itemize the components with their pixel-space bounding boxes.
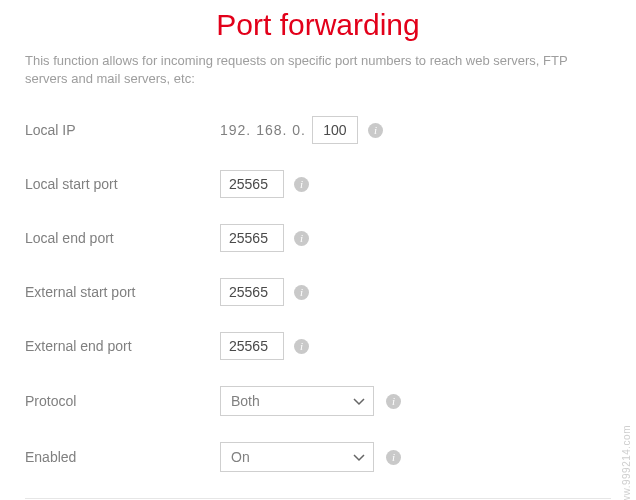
protocol-selected-value: Both [231, 393, 353, 409]
page-title: Port forwarding [25, 0, 611, 52]
enabled-selected-value: On [231, 449, 353, 465]
info-icon[interactable]: i [294, 231, 309, 246]
label-local-ip: Local IP [25, 122, 220, 138]
info-icon[interactable]: i [386, 450, 401, 465]
label-local-start-port: Local start port [25, 176, 220, 192]
row-external-start-port: External start port i [25, 278, 611, 306]
external-end-port-input[interactable] [220, 332, 284, 360]
info-icon[interactable]: i [368, 123, 383, 138]
row-local-end-port: Local end port i [25, 224, 611, 252]
divider [25, 498, 611, 499]
row-enabled: Enabled On i [25, 442, 611, 472]
info-icon[interactable]: i [294, 285, 309, 300]
local-end-port-input[interactable] [220, 224, 284, 252]
row-external-end-port: External end port i [25, 332, 611, 360]
label-external-start-port: External start port [25, 284, 220, 300]
info-icon[interactable]: i [294, 339, 309, 354]
ip-last-octet-input[interactable] [312, 116, 358, 144]
label-external-end-port: External end port [25, 338, 220, 354]
enabled-select[interactable]: On [220, 442, 374, 472]
ip-prefix: 192. 168. 0. [220, 122, 306, 138]
chevron-down-icon [353, 448, 365, 466]
watermark: www.999214.com [621, 425, 632, 500]
label-local-end-port: Local end port [25, 230, 220, 246]
info-icon[interactable]: i [294, 177, 309, 192]
external-start-port-input[interactable] [220, 278, 284, 306]
row-protocol: Protocol Both i [25, 386, 611, 416]
info-icon[interactable]: i [386, 394, 401, 409]
row-local-ip: Local IP 192. 168. 0. i [25, 116, 611, 144]
row-local-start-port: Local start port i [25, 170, 611, 198]
label-protocol: Protocol [25, 393, 220, 409]
protocol-select[interactable]: Both [220, 386, 374, 416]
label-enabled: Enabled [25, 449, 220, 465]
page-description: This function allows for incoming reques… [25, 52, 611, 88]
chevron-down-icon [353, 392, 365, 410]
local-start-port-input[interactable] [220, 170, 284, 198]
